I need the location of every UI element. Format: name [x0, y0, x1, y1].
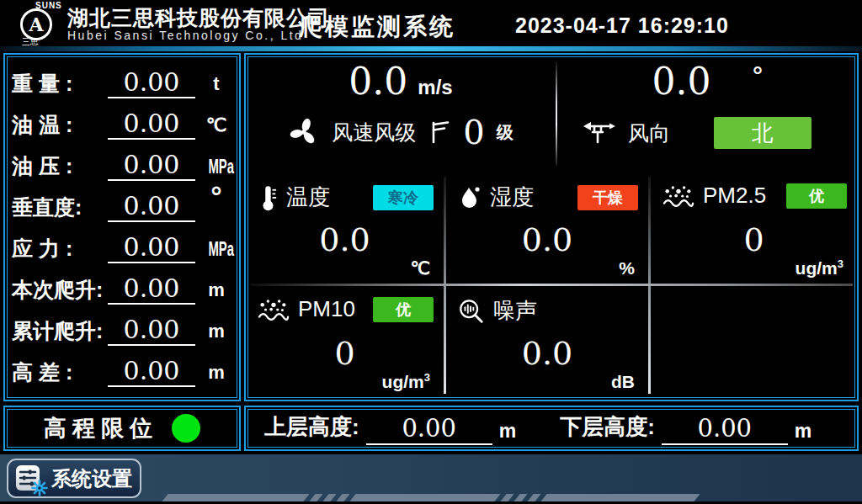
lower-height-group: 下层高度: 0.00 m: [560, 412, 811, 445]
metric-unit: MPa: [208, 237, 234, 261]
elevation-limit-label: 高程限位: [44, 413, 158, 443]
noise-label: 噪声: [493, 296, 537, 326]
header: SUNS A 三思 湖北三思科技股份有限公司 Hubei Sansi Techn…: [0, 0, 862, 46]
settings-button-label: 系统设置: [51, 465, 132, 492]
empty-cell: [651, 286, 857, 397]
upper-height-unit: m: [499, 420, 516, 445]
metric-value: 0.00: [108, 275, 195, 305]
metric-row-total-climb: 累计爬升: 0.00 m: [12, 310, 232, 352]
wind-speed-block: 0.0 m/s 风速风级 0: [246, 55, 556, 172]
humidity-cell: 湿度 干燥 0.0 %: [446, 172, 648, 284]
wind-direction-block: 0.0 ° 风向 北: [559, 55, 857, 172]
pm25-label: PM2.5: [703, 183, 766, 209]
metric-row-oil-pressure: 油 压 : 0.00 MPa: [12, 146, 232, 187]
noise-value: 0.0: [446, 335, 648, 372]
lower-height-value: 0.00: [662, 414, 788, 445]
gear-icon: [31, 480, 48, 496]
lower-height-unit: m: [795, 420, 811, 445]
elevation-limit-box: 高程限位: [3, 406, 241, 451]
metric-value: 0.00: [108, 110, 195, 141]
particles-icon: [258, 297, 290, 322]
metric-label: 高 差 :: [12, 358, 106, 386]
wind-direction-unit: °: [751, 61, 764, 91]
wind-speed-unit: m/s: [418, 76, 452, 99]
metric-unit: t: [200, 73, 232, 95]
fan-icon: [288, 116, 320, 148]
temperature-value: 0.0: [246, 221, 444, 258]
lower-height-label: 下层高度:: [560, 412, 655, 445]
pm25-unit: ug/m3: [795, 257, 843, 279]
metric-value: 0.00: [108, 151, 195, 182]
noise-unit: dB: [611, 372, 635, 392]
environment-grid: 温度 寒冷 0.0 ℃ 湿度 干燥 0.0 %: [246, 172, 857, 400]
metric-unit: MPa: [208, 155, 234, 178]
wind-level-value: 0: [463, 115, 484, 149]
settings-sliders-icon: [16, 465, 43, 492]
metric-row-oil-temp: 油 温 : 0.00 ℃: [12, 104, 232, 146]
temperature-cell: 温度 寒冷 0.0 ℃: [246, 172, 444, 284]
metric-label: 本次爬升:: [12, 276, 106, 304]
metric-row-stress: 应 力 : 0.00 MPa: [12, 228, 232, 269]
wind-direction-value: 0.0: [652, 60, 711, 103]
upper-height-label: 上层高度:: [264, 412, 359, 445]
metric-label: 垂直度:: [12, 194, 106, 221]
wind-compass-display: 北: [714, 117, 811, 149]
environment-panel: 0.0 m/s 风速风级 0: [244, 53, 859, 401]
wind-level-barb-icon: [428, 119, 451, 145]
particles-icon: [662, 183, 694, 209]
metric-unit: m: [200, 279, 232, 301]
pm25-cell: PM2.5 优 0 ug/m3: [651, 172, 857, 284]
metric-value: 0.00: [108, 358, 195, 388]
wind-speed-value: 0.0: [349, 60, 407, 103]
metric-unit: m: [200, 321, 232, 342]
metric-row-height-difference: 高 差 : 0.00 m: [12, 352, 232, 393]
metric-label: 累计爬升:: [12, 317, 106, 345]
level-heights-box: 上层高度: 0.00 m 下层高度: 0.00 m: [244, 406, 859, 451]
wind-vane-icon: [583, 119, 616, 147]
pm25-value: 0: [651, 221, 857, 258]
pm10-value: 0: [246, 335, 444, 372]
metric-value: 0.00: [108, 193, 195, 223]
pm25-status-badge: 优: [786, 183, 847, 209]
metric-label: 油 压 :: [12, 152, 106, 180]
noise-icon: [458, 298, 485, 325]
metric-row-weight: 重 量 : 0.00 t: [12, 63, 232, 104]
wind-speed-label: 风速风级: [332, 119, 416, 146]
elevation-limit-indicator: [172, 414, 200, 443]
humidity-label: 湿度: [490, 183, 534, 212]
datetime-display: 2023-04-17 16:29:10: [515, 13, 729, 38]
metric-label: 重 量 :: [12, 70, 106, 98]
metric-row-current-climb: 本次爬升: 0.00 m: [12, 269, 232, 310]
wind-direction-label: 风向: [628, 119, 670, 147]
pm10-unit: ug/m3: [382, 371, 430, 392]
wind-section-divider: [556, 61, 557, 166]
humidity-unit: %: [619, 258, 635, 279]
metric-row-verticality: 垂直度: 0.00 °: [12, 187, 232, 228]
metric-unit: ℃: [200, 114, 232, 136]
pm10-cell: PM10 优 0 ug/m3: [246, 286, 444, 397]
logo-glyph: A: [29, 13, 43, 35]
left-metrics-panel: 重 量 : 0.00 t 油 温 : 0.00 ℃ 油 压 : 0.00 MPa…: [3, 53, 241, 401]
wind-level-unit: 级: [497, 121, 513, 144]
footer-bar: 系统设置: [0, 454, 862, 504]
humidity-status-badge: 干燥: [577, 185, 638, 210]
humidity-value: 0.0: [446, 221, 648, 258]
pm10-label: PM10: [298, 296, 355, 322]
page-title: 爬模监测系统: [299, 11, 455, 43]
metric-unit: m: [200, 362, 232, 384]
noise-cell: 噪声 0.0 dB: [446, 286, 648, 397]
metric-value: 0.00: [108, 316, 195, 347]
metric-label: 应 力 :: [12, 235, 106, 263]
system-settings-button[interactable]: 系统设置: [7, 459, 141, 498]
water-drop-icon: [458, 184, 482, 211]
footer-decorative-stripes: [165, 494, 697, 501]
temperature-label: 温度: [286, 183, 330, 212]
metric-label: 油 温 :: [12, 111, 106, 139]
pm10-status-badge: 优: [373, 297, 434, 322]
upper-height-group: 上层高度: 0.00 m: [264, 412, 516, 445]
wind-section: 0.0 m/s 风速风级 0: [246, 55, 857, 172]
temperature-unit: ℃: [410, 258, 430, 279]
temperature-status-badge: 寒冷: [373, 185, 434, 210]
header-divider-bar: [0, 46, 862, 51]
company-name-en: Hubei Sansi Technology Co., Ltd: [67, 29, 303, 42]
